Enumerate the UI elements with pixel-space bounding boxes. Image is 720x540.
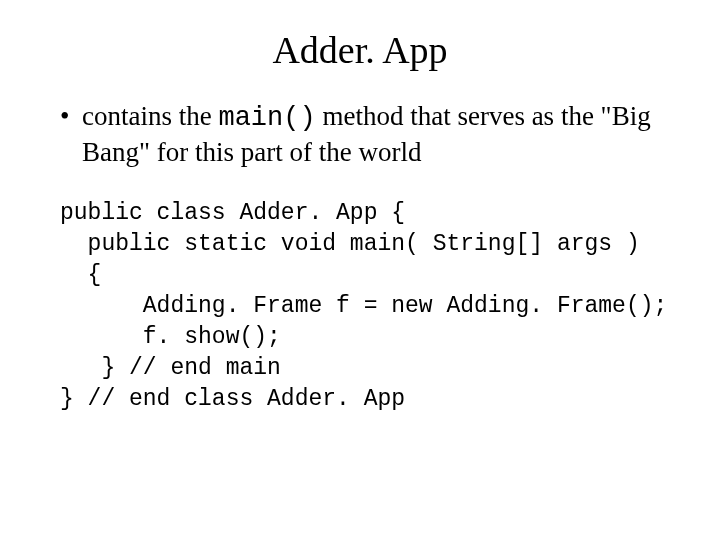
- bullet-text-pre: contains the: [82, 101, 218, 131]
- bullet-text: contains the main() method that serves a…: [82, 100, 680, 170]
- code-line: Adding. Frame f = new Adding. Frame();: [60, 293, 667, 319]
- code-line: } // end class Adder. App: [60, 386, 405, 412]
- bullet-marker: •: [60, 100, 82, 134]
- bullet-code: main(): [218, 103, 315, 133]
- slide: Adder. App • contains the main() method …: [0, 0, 720, 540]
- code-line: public class Adder. App {: [60, 200, 405, 226]
- code-block: public class Adder. App { public static …: [60, 198, 680, 415]
- code-line: } // end main: [60, 355, 281, 381]
- code-line: public static void main( String[] args ): [60, 231, 640, 257]
- slide-title: Adder. App: [40, 28, 680, 72]
- bullet-item: • contains the main() method that serves…: [60, 100, 680, 170]
- code-line: {: [60, 262, 101, 288]
- code-line: f. show();: [60, 324, 281, 350]
